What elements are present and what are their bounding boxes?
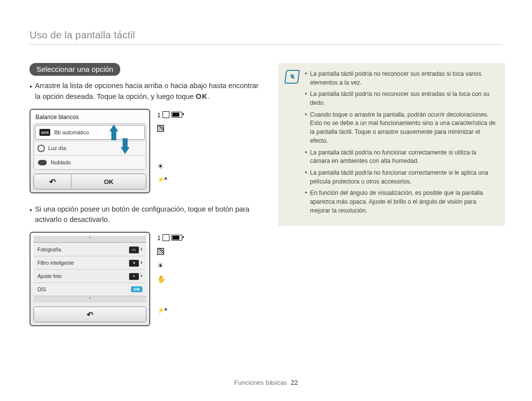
adjust-icon: ≡ (129, 273, 139, 280)
option-cloudy[interactable]: Nublado (34, 155, 146, 169)
note-item: •La pantalla táctil podría no reconocer … (305, 90, 497, 107)
hand-icon: ✋ (157, 275, 166, 283)
ok-label-inline: OK (196, 92, 208, 100)
section-heading-badge: Seleccionar una opción (30, 63, 120, 76)
manual-page: Uso de la pantalla táctil Seleccionar un… (0, 0, 532, 401)
bottom-bar: ↶ OK (33, 174, 146, 189)
brightness-icon: ☀ (157, 262, 164, 269)
setting-label-photo: Fotografía (37, 247, 61, 252)
setting-row-smartfilter[interactable]: Filtro inteligente ✦ › (33, 256, 146, 269)
ok-button[interactable]: OK (71, 174, 146, 189)
camera-screenshot-2: ˄ Fotografía ▭ › Filtro inteligente ✦ › … (30, 232, 150, 326)
screenshot-2-wrap: ˄ Fotografía ▭ › Filtro inteligente ✦ › … (30, 232, 261, 326)
filter-icon: ✦ (129, 260, 139, 267)
instruction-paragraph-2: • Si una opción posee un botón de config… (30, 204, 261, 225)
status-grid-icon (157, 124, 192, 132)
awb-icon: AWB (39, 129, 50, 136)
cloud-icon (38, 160, 47, 165)
setting-label-dis: DIS (37, 286, 46, 292)
setting-label-adjust: Ajuste foto (37, 273, 62, 279)
note-box: ✎ •La pantalla táctil podría no reconoce… (278, 63, 505, 226)
shot-counter: 1 (157, 111, 161, 119)
back-button[interactable]: ↶ (34, 307, 146, 322)
shot-counter: 1 (157, 234, 161, 242)
setting-row-dis[interactable]: DIS ON (33, 282, 146, 296)
back-arrow-icon: ↶ (87, 310, 93, 319)
list-scroll-down[interactable]: ˅ (33, 296, 146, 303)
instruction-text-1: Arrastre la lista de opciones hacia arri… (35, 81, 261, 102)
sun-icon (38, 145, 44, 152)
note-item: •La pantalla táctil podría no funcionar … (305, 169, 497, 186)
bullet-icon: • (305, 90, 307, 107)
status-touch-icon: ✋ (157, 275, 192, 283)
bottom-bar-2: ↶ (33, 307, 146, 322)
brightness-icon: ☀ (157, 162, 164, 170)
breadcrumb: Uso de la pantalla táctil (30, 30, 135, 41)
option-cloudy-label: Nublado (51, 159, 71, 165)
note-item: •La pantalla táctil podría no reconocer … (305, 70, 497, 87)
screenshot-1-wrap: Balance blancos AWB Bb automático Luz dí… (30, 109, 261, 193)
status-grid-icon (157, 247, 192, 255)
setting-row-photo[interactable]: Fotografía ▭ › (33, 243, 146, 256)
status-icon-strip-2: 1 ☀ ✋ ⚡ᴬ (157, 232, 192, 314)
setting-row-adjust[interactable]: Ajuste foto ≡ › (33, 269, 146, 282)
left-column: Seleccionar una opción • Arrastre la lis… (30, 63, 261, 326)
instruction-text-2: Si una opción posee un botón de configur… (35, 204, 261, 225)
status-count-battery: 1 (157, 111, 192, 119)
option-daylight-label: Luz día (48, 145, 66, 151)
page-number: 22 (291, 379, 298, 386)
back-arrow-icon: ↶ (49, 177, 56, 186)
setting-label-smartfilter: Filtro inteligente (37, 260, 74, 266)
status-brightness-icon: ☀ (157, 261, 192, 269)
instruction-paragraph-1: • Arrastre la lista de opciones hacia ar… (30, 81, 261, 102)
battery-icon (171, 112, 182, 118)
bullet-icon: • (30, 81, 32, 102)
note-text: La pantalla táctil podría no funcionar c… (310, 169, 497, 186)
status-flash-icon: ⚡ᴬ (157, 307, 192, 314)
battery-icon (171, 235, 182, 241)
note-item: •La pantalla táctil podría no funcionar … (305, 149, 497, 166)
note-item: •Cuando toque o arrastre la pantalla, po… (305, 111, 497, 146)
note-text: En función del ángulo de visualización, … (310, 189, 497, 215)
memory-icon (163, 111, 169, 118)
menu-title: Balance blancos (33, 113, 146, 123)
option-awb-label: Bb automático (54, 129, 89, 135)
chevron-right-icon: › (140, 272, 142, 279)
list-scroll-up[interactable]: ˄ (33, 236, 146, 243)
note-info-icon: ✎ (284, 70, 300, 84)
breadcrumb-rule (30, 44, 502, 45)
memory-icon (163, 234, 169, 241)
grid-icon (157, 248, 164, 255)
note-text: La pantalla táctil podría no reconocer s… (310, 70, 497, 87)
flash-auto-icon: ⚡ᴬ (157, 176, 167, 183)
status-icon-strip-1: 1 ☀ ⚡ᴬ (157, 109, 192, 184)
status-brightness-icon: ☀ (157, 162, 192, 170)
note-list: •La pantalla táctil podría no reconocer … (305, 70, 497, 215)
inline-period: . (208, 93, 210, 100)
size-icon: ▭ (129, 247, 139, 253)
note-text: La pantalla táctil podría no funcionar c… (310, 149, 497, 166)
option-list: AWB Bb automático Luz día Nublado (33, 123, 146, 170)
bullet-icon: • (305, 169, 307, 186)
bullet-icon: • (305, 111, 307, 146)
back-button[interactable]: ↶ (34, 174, 71, 189)
chevron-right-icon: › (140, 246, 142, 252)
note-item: •En función del ángulo de visualización,… (305, 189, 497, 215)
note-text: Cuando toque o arrastre la pantalla, pod… (310, 111, 497, 146)
bullet-icon: • (305, 149, 307, 166)
toggle-on-badge[interactable]: ON (131, 286, 143, 292)
bullet-icon: • (305, 70, 307, 87)
status-count-battery: 1 (157, 234, 192, 242)
page-footer: Funciones básicas 22 (0, 379, 532, 386)
bullet-icon: • (305, 189, 307, 215)
instruction-lead: Arrastre la lista de opciones hacia arri… (35, 82, 259, 100)
option-daylight[interactable]: Luz día (34, 141, 146, 155)
camera-screenshot-1: Balance blancos AWB Bb automático Luz dí… (30, 109, 150, 193)
bullet-icon: • (30, 204, 32, 225)
option-awb[interactable]: AWB Bb automático (35, 125, 145, 140)
grid-icon (157, 125, 164, 132)
chevron-right-icon: › (140, 259, 142, 266)
footer-section-label: Funciones básicas (234, 379, 287, 386)
note-text: La pantalla táctil podría no reconocer s… (310, 90, 497, 107)
flash-auto-icon: ⚡ᴬ (157, 307, 167, 314)
